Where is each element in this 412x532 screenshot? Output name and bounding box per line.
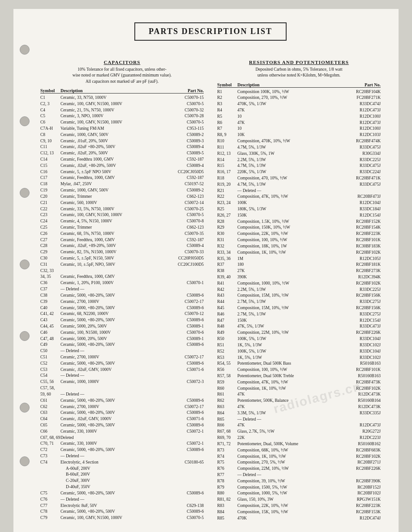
part-description: Composition, 22K, 10%, ½W xyxy=(237,503,338,509)
table-row: R31Composition, 100, 10%, ½WRC20BF101K xyxy=(217,237,381,243)
part-number: R12DC223J xyxy=(338,435,381,441)
part-symbol: C15 xyxy=(40,163,60,169)
part-description: Ceramic, 68, 5%, N750, 1000V xyxy=(60,231,161,237)
capacitors-column: CAPACITORS 10% Tolerance for all fixed c… xyxy=(40,60,204,521)
part-symbol: R74 xyxy=(217,454,237,460)
part-description: 4.7M, 5%, 1/3W xyxy=(237,163,338,169)
part-number: C50089-6 xyxy=(161,447,204,453)
part-symbol: C78 xyxy=(40,509,60,515)
part-symbol: R18 xyxy=(217,175,237,181)
part-description: 180 xyxy=(237,262,338,268)
part-number: C50072-17 xyxy=(161,404,204,410)
part-symbol: C54 xyxy=(40,373,60,379)
part-description: Composition, 22K, 10%, ½W xyxy=(237,231,338,237)
part-number: C50070-6 xyxy=(161,330,204,336)
part-number: C50072-1 xyxy=(161,441,204,447)
table-row: R6147KR12DC473K xyxy=(217,392,381,397)
part-symbol: C9, 10 xyxy=(40,138,60,144)
table-row: R1Composition 100K, 10%, ½WRC20BF104K xyxy=(217,89,381,95)
table-row: R447KR12DC473J xyxy=(217,107,381,113)
part-number: C50089-4 xyxy=(161,163,204,169)
part-symbol: C74 xyxy=(40,460,60,465)
part-description: Composition, 39, 10%, ½W xyxy=(237,478,338,484)
part-number: C50070-32 xyxy=(161,107,204,113)
part-symbol: C57, 58, xyxy=(40,385,60,391)
part-description: 390K xyxy=(237,274,338,280)
table-row: R35, 361MR12DC105J xyxy=(217,256,381,262)
table-row: R39, 40390KR12DC394K xyxy=(217,274,381,280)
part-description: Ceramic, .02uF +80-20%, 500V xyxy=(60,144,161,150)
part-description: Composition, 15K, 10%, ½W xyxy=(237,509,338,515)
part-description: Ceramic, 68, N2200, 1000V xyxy=(60,311,161,317)
table-row: R78Composition, 39, 10%, ½WRC20BF390K xyxy=(217,478,381,484)
part-number: C50072-1 xyxy=(161,429,204,434)
part-description: Ceramic, 5, ±.5pF, N150, 500V xyxy=(60,255,161,261)
part-description: Composition, 68K, 10%, ½W xyxy=(237,447,338,453)
table-row: C77Electrolytic 8uF, 50VC629-138 xyxy=(40,503,204,509)
part-symbol: R53 xyxy=(217,355,237,361)
part-description: Ceramic, .02uF, GMV, 1000V xyxy=(60,416,161,422)
part-number: RPG3W151K xyxy=(338,497,381,502)
part-symbol: C12, 13 xyxy=(40,150,60,156)
part-description: Ceramic, Feedthru, 1000, GMV xyxy=(60,274,161,280)
table-row: R62Potentiometer, 500K, BalanceR50160B16… xyxy=(217,398,381,404)
part-symbol: C73 xyxy=(40,453,60,459)
table-row: R45Composition, 15M, 10%, ½WRC20BF156K xyxy=(217,305,381,311)
part-number: R33DC475J xyxy=(338,145,381,150)
part-symbol: R32 xyxy=(217,243,237,249)
table-row: C20Ceramic, TrimmerC662-123 xyxy=(40,194,204,200)
part-symbol: R4 xyxy=(217,107,237,113)
table-row: R57, 58Potentiometer, Dual 500K TrebleR5… xyxy=(217,373,381,379)
part-symbol: C18 xyxy=(40,181,60,187)
part-symbol: R85 xyxy=(217,515,237,521)
part-number: R33DC275J xyxy=(338,299,381,305)
table-row: C9, 10Ceramic, .01uF, 20%, 500VC50089-3 xyxy=(40,138,204,144)
part-symbol: C79 xyxy=(40,515,60,521)
part-number: R12DC394K xyxy=(338,274,381,280)
table-row: C55, 56Ceramic, 1000, 1000VC50072-3 xyxy=(40,379,204,385)
part-symbol: R63 xyxy=(217,404,237,410)
table-row: C14Ceramic, Feedthru 1000, GMVC592-187 xyxy=(40,157,204,162)
part-symbol: R21 xyxy=(217,188,237,194)
part-symbol: C61 xyxy=(40,398,60,404)
part-description: 180K, 5%, 1/3W xyxy=(237,206,338,212)
resistors-table: R1Composition 100K, 10%, ½WRC20BF104KR2C… xyxy=(217,89,381,521)
part-number: R12DC154J xyxy=(338,213,381,218)
table-row: R22Composition, 47K, 10%, ½WRC20BF473J xyxy=(217,194,381,200)
part-description: 220K, 5%, 1/3W xyxy=(237,169,338,175)
part-description: 150K xyxy=(237,213,338,218)
part-description: Potentiometer, Dual 500K Bass xyxy=(237,361,338,366)
part-symbol: C49 xyxy=(40,342,60,348)
part-description: Ceramic, .02uF, 20%, 500V xyxy=(60,150,161,156)
part-number: C50070-5 xyxy=(161,101,204,107)
part-symbol: R57, 58 xyxy=(217,373,237,379)
part-symbol: R8, 9 xyxy=(217,132,237,138)
table-row: R79Composition, 1500, 5%, ½WRC20BF152J xyxy=(217,485,381,490)
part-symbol: C22 xyxy=(40,206,60,212)
part-symbol: R14 xyxy=(217,157,237,163)
part-number: RC20BF390K xyxy=(338,478,381,484)
part-number: R33DC102J xyxy=(338,355,381,361)
part-symbol: 59, 60 xyxy=(40,392,60,397)
part-description: — Deleted — xyxy=(237,472,338,478)
two-column-layout: CAPACITORS 10% Tolerance for all fixed c… xyxy=(40,60,381,521)
table-row: R510R12DC100J xyxy=(217,114,381,119)
table-row: C-20uF, 300V xyxy=(40,478,204,484)
table-row: C36Ceramic, 1, 20%, P100, 1000VC50070-1 xyxy=(40,280,204,286)
part-symbol: C26 xyxy=(40,231,60,237)
table-row: C54— Deleted — xyxy=(40,373,204,379)
table-row: C6Ceramic, 100, GMV, N1500, 1000VC50070-… xyxy=(40,119,204,125)
part-symbol: R45 xyxy=(217,305,237,311)
part-number: RC20BF473K xyxy=(338,379,381,385)
part-number: C50072-14 xyxy=(161,200,204,206)
resistors-column: RESISTORS AND POTENTIOMETERS Deposited C… xyxy=(217,60,381,521)
table-row: C38Ceramic, 5000, +80-20%, 500VC50089-6 xyxy=(40,293,204,298)
part-description: Ceramic, 100, GMV, N1500, 1000V xyxy=(60,119,161,125)
hole-punch-1 xyxy=(20,45,30,55)
part-symbol: C1 xyxy=(40,95,60,101)
table-row: C15Ceramic, .02uF, +80-20%, 500VC50089-4 xyxy=(40,163,204,169)
part-description: Ceramic, Trimmer xyxy=(60,225,161,230)
table-row: R59Composition, 47K, 10%, ½WRC20BF473K xyxy=(217,379,381,385)
part-symbol: R38 xyxy=(217,268,237,274)
part-symbol: R7 xyxy=(217,126,237,132)
